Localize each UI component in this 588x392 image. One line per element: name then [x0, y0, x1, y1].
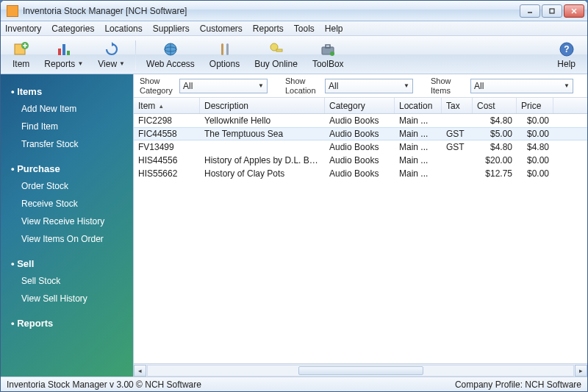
key-icon: [268, 41, 284, 57]
filter-location-combo[interactable]: All▼: [325, 79, 413, 93]
sidebar-group-reports[interactable]: Reports: [1, 315, 133, 332]
cell-cat: Audio Books: [325, 142, 395, 152]
col-location[interactable]: Location: [395, 98, 442, 113]
status-left: Inventoria Stock Manager v 3.00 © NCH So…: [7, 379, 201, 390]
svg-rect-20: [326, 45, 330, 48]
chevron-down-icon: ▼: [119, 60, 125, 67]
cell-cat: Audio Books: [325, 129, 395, 139]
menu-inventory[interactable]: Inventory: [5, 24, 41, 34]
toolbar-item-button[interactable]: Item: [5, 38, 37, 72]
cell-desc: History of Apples by D.L. Brewer: [200, 155, 325, 165]
table-body: FIC2298Yellowknife HelloAudio BooksMain …: [134, 114, 587, 363]
sidebar-group-items[interactable]: Items: [1, 83, 133, 100]
cell-item: HIS55662: [134, 168, 200, 179]
sidebar-item-view-items-on-order[interactable]: View Items On Order: [1, 230, 133, 248]
sidebar-item-transfer[interactable]: Transfer Stock: [1, 135, 133, 153]
titlebar[interactable]: Inventoria Stock Manager [NCH Software]: [1, 1, 587, 21]
svg-rect-16: [226, 43, 229, 55]
table-row[interactable]: HIS44556History of Apples by D.L. Brewer…: [134, 154, 587, 167]
cell-cost: $12.75: [473, 168, 517, 179]
sidebar-group-purchase[interactable]: Purchase: [1, 160, 133, 177]
sidebar-item-add-new[interactable]: Add New Item: [1, 100, 133, 118]
cell-loc: Main ...: [395, 168, 442, 179]
svg-rect-15: [221, 43, 223, 55]
chevron-down-icon: ▼: [258, 82, 264, 89]
menu-customers[interactable]: Customers: [200, 24, 243, 34]
cell-desc: Hostory of Clay Pots: [200, 168, 325, 179]
cell-item: FIC2298: [134, 115, 200, 126]
scroll-right-icon[interactable]: ▸: [575, 365, 587, 377]
chevron-down-icon: ▼: [77, 60, 83, 67]
cell-tax: GST: [442, 142, 473, 152]
cell-loc: Main ...: [395, 115, 442, 126]
toolbar: Item Reports▼ View▼ Web Access Options B…: [1, 36, 587, 74]
cell-desc: The Temptuous Sea: [200, 129, 325, 139]
sidebar-item-find[interactable]: Find Item: [1, 118, 133, 135]
filter-location-label: Show Location: [285, 76, 320, 94]
col-tax[interactable]: Tax: [442, 98, 473, 113]
svg-text:?: ?: [564, 44, 569, 54]
sidebar-item-view-receive-history[interactable]: View Receive History: [1, 213, 133, 230]
col-cost[interactable]: Cost: [473, 98, 517, 113]
svg-rect-18: [276, 49, 282, 51]
table-row[interactable]: FIC44558The Temptuous SeaAudio BooksMain…: [134, 127, 587, 140]
cell-cost: $5.00: [473, 129, 517, 139]
filter-items-label: Show Items: [431, 76, 466, 94]
cell-cost: $4.80: [473, 115, 517, 126]
table-row[interactable]: FV13499Audio BooksMain ...GST$4.80$4.80: [134, 140, 587, 154]
sidebar-item-receive-stock[interactable]: Receive Stock: [1, 195, 133, 213]
col-price[interactable]: Price: [517, 98, 553, 113]
wrench-icon: [217, 41, 233, 57]
sidebar: Items Add New Item Find Item Transfer St…: [1, 74, 133, 377]
cell-loc: Main ...: [395, 129, 442, 139]
cell-price: $4.80: [517, 142, 553, 152]
cell-price: $0.00: [517, 115, 553, 126]
menu-help[interactable]: Help: [325, 24, 343, 34]
cell-item: FV13499: [134, 142, 200, 152]
maximize-button[interactable]: [542, 4, 562, 18]
filter-items-combo[interactable]: All▼: [470, 79, 573, 93]
sidebar-item-order-stock[interactable]: Order Stock: [1, 177, 133, 195]
scroll-track[interactable]: [147, 365, 574, 377]
svg-point-21: [330, 51, 334, 56]
toolbar-web-access-button[interactable]: Web Access: [139, 38, 202, 72]
toolbar-reports-button[interactable]: Reports▼: [37, 38, 90, 72]
cell-price: $0.00: [517, 129, 553, 139]
help-icon: ?: [559, 41, 575, 57]
sidebar-item-view-sell-history[interactable]: View Sell History: [1, 290, 133, 307]
plus-box-icon: [13, 41, 29, 57]
minimize-button[interactable]: [520, 4, 540, 18]
svg-rect-10: [67, 51, 70, 55]
sidebar-group-sell[interactable]: Sell: [1, 255, 133, 272]
col-item[interactable]: Item: [134, 98, 200, 113]
filter-category-combo[interactable]: All▼: [179, 79, 268, 93]
menu-suppliers[interactable]: Suppliers: [153, 24, 190, 34]
cell-tax: GST: [442, 129, 473, 139]
menu-categories[interactable]: Categories: [51, 24, 94, 34]
menubar: Inventory Categories Locations Suppliers…: [1, 21, 587, 36]
col-category[interactable]: Category: [325, 98, 395, 113]
svg-rect-9: [62, 44, 65, 55]
cell-loc: Main ...: [395, 142, 442, 152]
scroll-left-icon[interactable]: ◂: [134, 365, 146, 377]
menu-tools[interactable]: Tools: [294, 24, 315, 34]
app-window: Inventoria Stock Manager [NCH Software] …: [0, 0, 588, 392]
scroll-thumb[interactable]: [298, 366, 423, 375]
horizontal-scrollbar[interactable]: ◂ ▸: [134, 363, 587, 377]
toolbox-icon: [320, 41, 336, 57]
toolbar-help-button[interactable]: ? Help: [550, 38, 583, 72]
menu-locations[interactable]: Locations: [104, 24, 142, 34]
cell-loc: Main ...: [395, 155, 442, 165]
cell-price: $0.00: [517, 155, 553, 165]
toolbar-buy-online-button[interactable]: Buy Online: [247, 38, 305, 72]
toolbar-toolbox-button[interactable]: ToolBox: [305, 38, 351, 72]
sidebar-item-sell-stock[interactable]: Sell Stock: [1, 272, 133, 290]
close-button[interactable]: [564, 4, 584, 18]
toolbar-view-button[interactable]: View▼: [90, 38, 132, 72]
menu-reports[interactable]: Reports: [253, 24, 284, 34]
table-row[interactable]: HIS55662Hostory of Clay PotsAudio BooksM…: [134, 167, 587, 180]
cell-item: HIS44556: [134, 155, 200, 165]
col-description[interactable]: Description: [200, 98, 325, 113]
table-row[interactable]: FIC2298Yellowknife HelloAudio BooksMain …: [134, 114, 587, 127]
toolbar-options-button[interactable]: Options: [202, 38, 247, 72]
